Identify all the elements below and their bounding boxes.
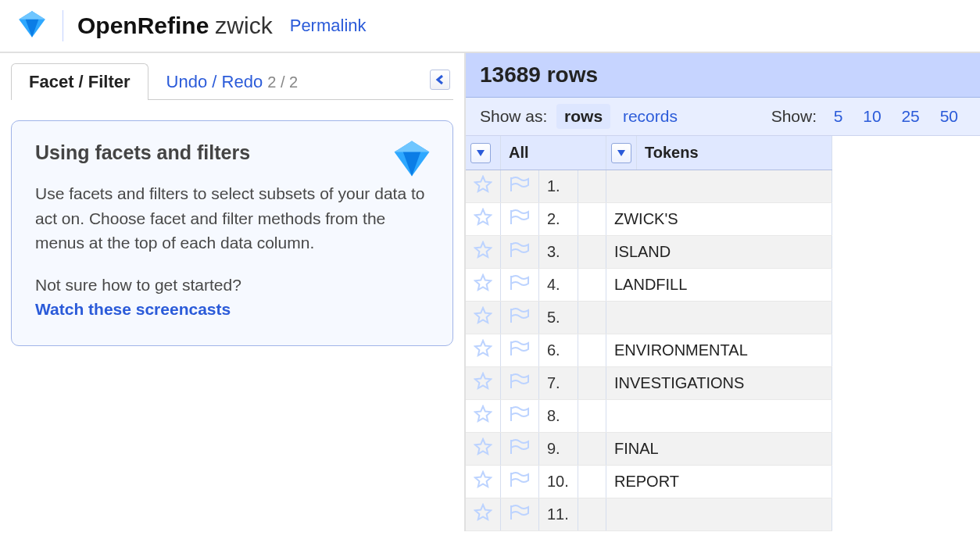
flag-toggle[interactable] bbox=[501, 433, 539, 466]
flag-icon bbox=[509, 273, 531, 296]
flag-toggle[interactable] bbox=[501, 466, 539, 498]
svg-marker-11 bbox=[475, 275, 491, 290]
app-header: OpenRefine zwick Permalink bbox=[0, 0, 980, 53]
tab-undo-redo-label: Undo / Redo bbox=[166, 72, 263, 91]
tab-facet-filter[interactable]: Facet / Filter bbox=[11, 63, 148, 100]
help-paragraph: Use facets and filters to select subsets… bbox=[35, 181, 429, 255]
flag-icon bbox=[509, 339, 531, 362]
header-divider bbox=[63, 10, 63, 41]
star-toggle[interactable] bbox=[466, 302, 501, 334]
flag-toggle[interactable] bbox=[501, 302, 539, 334]
row-index: 5. bbox=[539, 302, 578, 334]
chevron-left-icon bbox=[435, 74, 445, 85]
collapse-left-panel-button[interactable] bbox=[430, 70, 450, 90]
star-icon bbox=[474, 438, 492, 460]
row-index: 3. bbox=[539, 236, 578, 269]
tokens-cell[interactable]: FINAL bbox=[606, 433, 832, 466]
flag-toggle[interactable] bbox=[501, 269, 539, 302]
row-index: 11. bbox=[539, 498, 578, 531]
row-index: 8. bbox=[539, 400, 578, 433]
diamond-logo-icon bbox=[16, 8, 48, 44]
row-index: 6. bbox=[539, 334, 578, 367]
tokens-cell[interactable] bbox=[606, 400, 832, 433]
diamond-icon bbox=[390, 137, 434, 184]
star-toggle[interactable] bbox=[466, 498, 501, 531]
tokens-cell[interactable]: ZWICK'S bbox=[606, 203, 832, 236]
flag-toggle[interactable] bbox=[501, 236, 539, 269]
rows-controls: Show as: rows records Show: 5 10 25 50 bbox=[466, 98, 980, 136]
tab-facet-filter-label: Facet / Filter bbox=[29, 72, 131, 91]
tokens-column-header: Tokens bbox=[637, 136, 832, 170]
row-index: 2. bbox=[539, 203, 578, 236]
star-icon bbox=[474, 273, 492, 296]
star-toggle[interactable] bbox=[466, 400, 501, 433]
star-toggle[interactable] bbox=[466, 334, 501, 367]
row-index: 10. bbox=[539, 466, 578, 498]
star-icon bbox=[474, 405, 492, 427]
tokens-cell[interactable] bbox=[606, 170, 832, 203]
svg-marker-17 bbox=[475, 472, 491, 487]
left-tabs: Facet / Filter Undo / Redo 2 / 2 bbox=[11, 62, 453, 100]
tokens-cell[interactable]: ENVIRONMENTAL bbox=[606, 334, 832, 367]
star-toggle[interactable] bbox=[466, 203, 501, 236]
triangle-down-icon bbox=[617, 149, 626, 157]
page-size-5[interactable]: 5 bbox=[826, 104, 851, 129]
row-gutter bbox=[578, 334, 606, 367]
star-icon bbox=[474, 503, 492, 526]
page-size-50[interactable]: 50 bbox=[932, 104, 966, 129]
row-index: 4. bbox=[539, 269, 578, 302]
tokens-cell[interactable]: LANDFILL bbox=[606, 269, 832, 302]
svg-marker-6 bbox=[477, 150, 485, 156]
star-toggle[interactable] bbox=[466, 433, 501, 466]
tokens-cell[interactable]: ISLAND bbox=[606, 236, 832, 269]
tokens-cell[interactable] bbox=[606, 498, 832, 531]
table-row: 8. bbox=[466, 400, 832, 433]
show-page-size-label: Show: bbox=[771, 107, 817, 126]
flag-toggle[interactable] bbox=[501, 498, 539, 531]
svg-marker-9 bbox=[475, 209, 491, 224]
app-name: OpenRefine bbox=[77, 12, 209, 39]
svg-marker-18 bbox=[475, 505, 491, 520]
row-gutter bbox=[578, 367, 606, 400]
row-gutter bbox=[578, 433, 606, 466]
star-toggle[interactable] bbox=[466, 170, 501, 203]
flag-icon bbox=[509, 372, 531, 395]
flag-icon bbox=[509, 470, 531, 493]
star-icon bbox=[474, 339, 492, 362]
svg-marker-15 bbox=[475, 406, 491, 421]
table-row: 9.FINAL bbox=[466, 433, 832, 466]
page-size-10[interactable]: 10 bbox=[855, 104, 889, 129]
flag-toggle[interactable] bbox=[501, 170, 539, 203]
row-index: 9. bbox=[539, 433, 578, 466]
show-as-records-button[interactable]: records bbox=[615, 104, 685, 129]
tokens-column-menu-button[interactable] bbox=[611, 143, 631, 163]
row-gutter bbox=[578, 236, 606, 269]
all-column-menu-button[interactable] bbox=[470, 143, 491, 163]
svg-marker-14 bbox=[475, 373, 491, 388]
show-as-rows-button[interactable]: rows bbox=[556, 104, 610, 129]
tokens-cell[interactable] bbox=[606, 302, 832, 334]
flag-icon bbox=[509, 438, 531, 460]
star-toggle[interactable] bbox=[466, 269, 501, 302]
flag-toggle[interactable] bbox=[501, 367, 539, 400]
star-icon bbox=[474, 241, 492, 263]
star-toggle[interactable] bbox=[466, 367, 501, 400]
tokens-cell[interactable]: REPORT bbox=[606, 466, 832, 498]
screencasts-link[interactable]: Watch these screencasts bbox=[35, 297, 429, 322]
row-gutter bbox=[578, 203, 606, 236]
star-icon bbox=[474, 470, 492, 493]
tab-undo-redo[interactable]: Undo / Redo 2 / 2 bbox=[148, 63, 317, 100]
page-size-25[interactable]: 25 bbox=[893, 104, 927, 129]
project-name: zwick bbox=[215, 12, 272, 39]
flag-toggle[interactable] bbox=[501, 203, 539, 236]
flag-toggle[interactable] bbox=[501, 334, 539, 367]
star-toggle[interactable] bbox=[466, 466, 501, 498]
star-icon bbox=[474, 208, 492, 230]
tokens-cell[interactable]: INVESTIGATIONS bbox=[606, 367, 832, 400]
flag-icon bbox=[509, 175, 531, 198]
row-gutter bbox=[578, 269, 606, 302]
permalink-link[interactable]: Permalink bbox=[290, 16, 367, 36]
undo-redo-count: 2 / 2 bbox=[267, 73, 298, 91]
flag-toggle[interactable] bbox=[501, 400, 539, 433]
star-toggle[interactable] bbox=[466, 236, 501, 269]
